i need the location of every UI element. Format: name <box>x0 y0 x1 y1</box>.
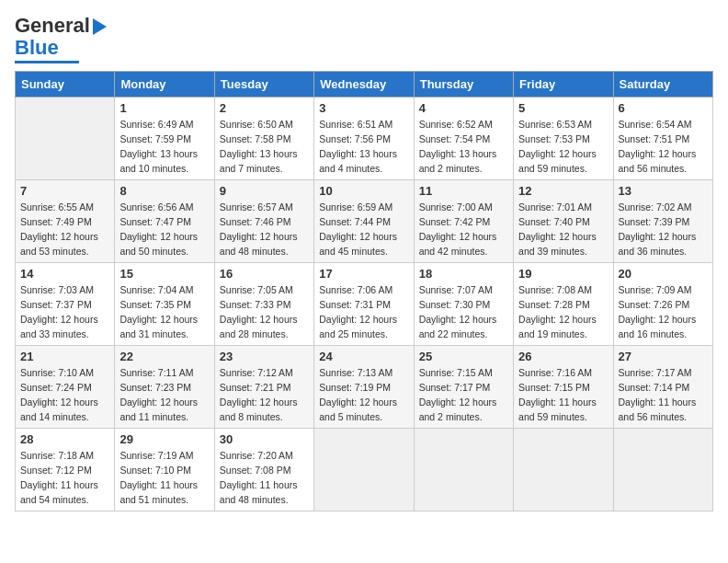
calendar-cell: 28Sunrise: 7:18 AM Sunset: 7:12 PM Dayli… <box>16 429 115 511</box>
day-number: 2 <box>220 101 309 115</box>
day-info: Sunrise: 7:12 AM Sunset: 7:21 PM Dayligh… <box>220 366 309 424</box>
week-row-2: 7Sunrise: 6:55 AM Sunset: 7:49 PM Daylig… <box>16 180 713 263</box>
col-header-saturday: Saturday <box>613 72 712 98</box>
calendar-cell: 2Sunrise: 6:50 AM Sunset: 7:58 PM Daylig… <box>214 98 313 180</box>
calendar-cell: 23Sunrise: 7:12 AM Sunset: 7:21 PM Dayli… <box>214 346 313 429</box>
day-info: Sunrise: 7:10 AM Sunset: 7:24 PM Dayligh… <box>20 366 109 424</box>
day-info: Sunrise: 6:50 AM Sunset: 7:58 PM Dayligh… <box>220 118 309 176</box>
day-info: Sunrise: 6:52 AM Sunset: 7:54 PM Dayligh… <box>419 118 508 176</box>
day-info: Sunrise: 7:02 AM Sunset: 7:39 PM Dayligh… <box>619 201 708 259</box>
week-row-3: 14Sunrise: 7:03 AM Sunset: 7:37 PM Dayli… <box>16 263 713 346</box>
calendar-cell: 1Sunrise: 6:49 AM Sunset: 7:59 PM Daylig… <box>115 98 214 180</box>
day-info: Sunrise: 7:11 AM Sunset: 7:23 PM Dayligh… <box>119 366 209 424</box>
calendar-cell: 5Sunrise: 6:53 AM Sunset: 7:53 PM Daylig… <box>514 98 613 180</box>
day-number: 11 <box>419 184 508 198</box>
calendar-table: SundayMondayTuesdayWednesdayThursdayFrid… <box>15 71 713 511</box>
calendar-cell: 18Sunrise: 7:07 AM Sunset: 7:30 PM Dayli… <box>414 263 513 346</box>
day-info: Sunrise: 7:07 AM Sunset: 7:30 PM Dayligh… <box>419 283 508 341</box>
calendar-cell: 10Sunrise: 6:59 AM Sunset: 7:44 PM Dayli… <box>314 180 414 263</box>
calendar-cell <box>514 429 613 511</box>
calendar-cell: 8Sunrise: 6:56 AM Sunset: 7:47 PM Daylig… <box>115 180 214 263</box>
day-number: 13 <box>619 184 708 198</box>
day-number: 16 <box>220 267 309 281</box>
day-number: 17 <box>319 267 408 281</box>
day-number: 23 <box>220 350 309 363</box>
calendar-header-row: SundayMondayTuesdayWednesdayThursdayFrid… <box>16 72 713 98</box>
calendar-cell: 9Sunrise: 6:57 AM Sunset: 7:46 PM Daylig… <box>214 180 313 263</box>
day-number: 28 <box>20 432 109 446</box>
day-number: 14 <box>20 267 109 281</box>
day-info: Sunrise: 6:54 AM Sunset: 7:51 PM Dayligh… <box>619 118 708 176</box>
day-info: Sunrise: 7:04 AM Sunset: 7:35 PM Dayligh… <box>119 283 209 341</box>
day-info: Sunrise: 7:13 AM Sunset: 7:19 PM Dayligh… <box>319 366 408 424</box>
calendar-cell: 25Sunrise: 7:15 AM Sunset: 7:17 PM Dayli… <box>414 346 513 429</box>
calendar-cell: 17Sunrise: 7:06 AM Sunset: 7:31 PM Dayli… <box>314 263 414 346</box>
col-header-thursday: Thursday <box>414 72 513 98</box>
calendar-body: 1Sunrise: 6:49 AM Sunset: 7:59 PM Daylig… <box>16 98 713 511</box>
calendar-cell: 16Sunrise: 7:05 AM Sunset: 7:33 PM Dayli… <box>214 263 313 346</box>
day-info: Sunrise: 6:53 AM Sunset: 7:53 PM Dayligh… <box>518 118 608 176</box>
day-info: Sunrise: 6:49 AM Sunset: 7:59 PM Dayligh… <box>119 118 209 176</box>
logo: General Blue <box>15 15 107 63</box>
day-info: Sunrise: 7:09 AM Sunset: 7:26 PM Dayligh… <box>619 283 708 341</box>
day-info: Sunrise: 7:15 AM Sunset: 7:17 PM Dayligh… <box>419 366 508 424</box>
calendar-cell: 15Sunrise: 7:04 AM Sunset: 7:35 PM Dayli… <box>115 263 214 346</box>
day-info: Sunrise: 6:55 AM Sunset: 7:49 PM Dayligh… <box>20 201 109 259</box>
day-info: Sunrise: 7:18 AM Sunset: 7:12 PM Dayligh… <box>20 449 109 507</box>
calendar-cell <box>314 429 414 511</box>
day-number: 4 <box>419 101 508 115</box>
day-number: 25 <box>419 350 508 363</box>
col-header-friday: Friday <box>514 72 613 98</box>
day-number: 8 <box>119 184 209 198</box>
calendar-cell <box>613 429 712 511</box>
day-number: 29 <box>119 432 209 446</box>
day-number: 27 <box>619 350 708 363</box>
calendar-cell: 24Sunrise: 7:13 AM Sunset: 7:19 PM Dayli… <box>314 346 414 429</box>
calendar-cell: 13Sunrise: 7:02 AM Sunset: 7:39 PM Dayli… <box>613 180 712 263</box>
week-row-5: 28Sunrise: 7:18 AM Sunset: 7:12 PM Dayli… <box>16 429 713 511</box>
logo-text: General <box>15 15 107 37</box>
calendar-cell: 29Sunrise: 7:19 AM Sunset: 7:10 PM Dayli… <box>115 429 214 511</box>
day-info: Sunrise: 7:17 AM Sunset: 7:14 PM Dayligh… <box>619 366 708 424</box>
calendar-cell: 11Sunrise: 7:00 AM Sunset: 7:42 PM Dayli… <box>414 180 513 263</box>
day-info: Sunrise: 7:00 AM Sunset: 7:42 PM Dayligh… <box>419 201 508 259</box>
logo-underline <box>15 61 79 63</box>
col-header-tuesday: Tuesday <box>214 72 313 98</box>
day-number: 26 <box>518 350 608 363</box>
day-info: Sunrise: 6:57 AM Sunset: 7:46 PM Dayligh… <box>220 201 309 259</box>
day-number: 5 <box>518 101 608 115</box>
calendar-cell: 7Sunrise: 6:55 AM Sunset: 7:49 PM Daylig… <box>16 180 115 263</box>
day-number: 24 <box>319 350 408 363</box>
day-info: Sunrise: 6:56 AM Sunset: 7:47 PM Dayligh… <box>119 201 209 259</box>
col-header-sunday: Sunday <box>16 72 115 98</box>
col-header-wednesday: Wednesday <box>314 72 414 98</box>
col-header-monday: Monday <box>115 72 214 98</box>
day-number: 20 <box>619 267 708 281</box>
week-row-4: 21Sunrise: 7:10 AM Sunset: 7:24 PM Dayli… <box>16 346 713 429</box>
day-info: Sunrise: 7:20 AM Sunset: 7:08 PM Dayligh… <box>220 449 309 507</box>
calendar-cell: 30Sunrise: 7:20 AM Sunset: 7:08 PM Dayli… <box>214 429 313 511</box>
day-info: Sunrise: 7:19 AM Sunset: 7:10 PM Dayligh… <box>119 449 209 507</box>
day-info: Sunrise: 7:06 AM Sunset: 7:31 PM Dayligh… <box>319 283 408 341</box>
day-number: 30 <box>220 432 309 446</box>
week-row-1: 1Sunrise: 6:49 AM Sunset: 7:59 PM Daylig… <box>16 98 713 180</box>
day-number: 9 <box>220 184 309 198</box>
calendar-cell <box>414 429 513 511</box>
calendar-cell: 27Sunrise: 7:17 AM Sunset: 7:14 PM Dayli… <box>613 346 712 429</box>
calendar-cell <box>16 98 115 180</box>
day-info: Sunrise: 6:59 AM Sunset: 7:44 PM Dayligh… <box>319 201 408 259</box>
day-info: Sunrise: 7:16 AM Sunset: 7:15 PM Dayligh… <box>518 366 608 424</box>
day-number: 12 <box>518 184 608 198</box>
calendar-cell: 4Sunrise: 6:52 AM Sunset: 7:54 PM Daylig… <box>414 98 513 180</box>
calendar-cell: 19Sunrise: 7:08 AM Sunset: 7:28 PM Dayli… <box>514 263 613 346</box>
day-info: Sunrise: 7:05 AM Sunset: 7:33 PM Dayligh… <box>220 283 309 341</box>
day-number: 3 <box>319 101 408 115</box>
day-number: 15 <box>119 267 209 281</box>
calendar-cell: 22Sunrise: 7:11 AM Sunset: 7:23 PM Dayli… <box>115 346 214 429</box>
calendar-cell: 26Sunrise: 7:16 AM Sunset: 7:15 PM Dayli… <box>514 346 613 429</box>
day-number: 6 <box>619 101 708 115</box>
day-info: Sunrise: 7:08 AM Sunset: 7:28 PM Dayligh… <box>518 283 608 341</box>
day-number: 10 <box>319 184 408 198</box>
calendar-cell: 14Sunrise: 7:03 AM Sunset: 7:37 PM Dayli… <box>16 263 115 346</box>
calendar-cell: 21Sunrise: 7:10 AM Sunset: 7:24 PM Dayli… <box>16 346 115 429</box>
